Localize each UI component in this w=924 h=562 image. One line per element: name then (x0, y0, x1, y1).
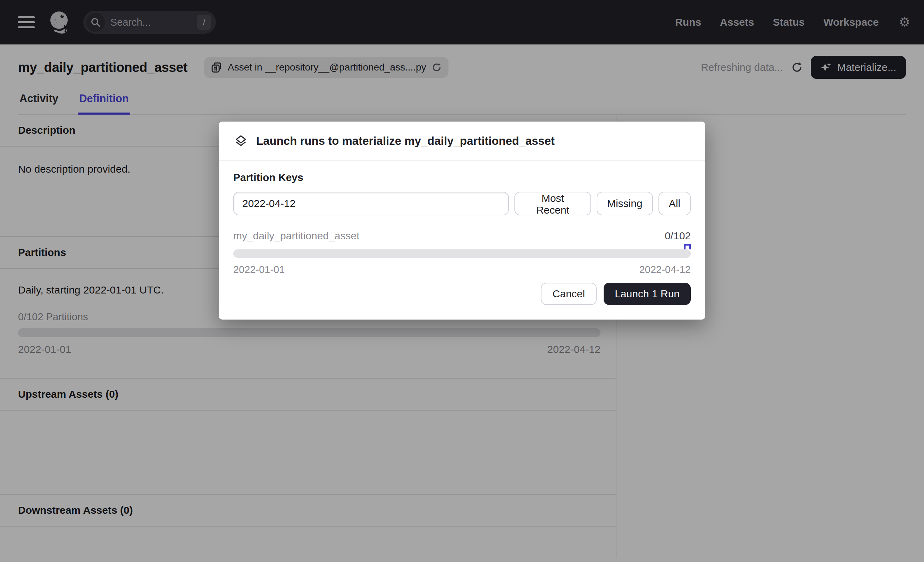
modal-selected-count: 0/102 (665, 230, 691, 242)
modal-asset-name: my_daily_partitioned_asset (233, 230, 360, 242)
missing-button[interactable]: Missing (597, 192, 653, 215)
modal-title: Launch runs to materialize my_daily_part… (256, 134, 555, 147)
cancel-button[interactable]: Cancel (541, 283, 597, 305)
app-root: Search... / Runs Assets Status Workspace… (0, 0, 924, 562)
all-button[interactable]: All (658, 192, 691, 215)
modal-range-end: 2022-04-12 (639, 264, 691, 275)
modal-footer: Cancel Launch 1 Run (219, 283, 705, 320)
modal-body: Partition Keys Most Recent Missing All m… (219, 161, 705, 283)
partition-keys-input[interactable] (233, 192, 509, 215)
modal-header: Launch runs to materialize my_daily_part… (219, 122, 705, 161)
launch-runs-modal: Launch runs to materialize my_daily_part… (219, 122, 705, 320)
asset-layers-icon (234, 134, 248, 148)
partition-keys-label: Partition Keys (233, 171, 691, 183)
modal-partition-bar[interactable] (233, 249, 691, 258)
launch-run-button[interactable]: Launch 1 Run (604, 283, 691, 305)
modal-range-start: 2022-01-01 (233, 264, 285, 275)
most-recent-button[interactable]: Most Recent (514, 192, 591, 215)
selected-range-marker (684, 244, 691, 249)
